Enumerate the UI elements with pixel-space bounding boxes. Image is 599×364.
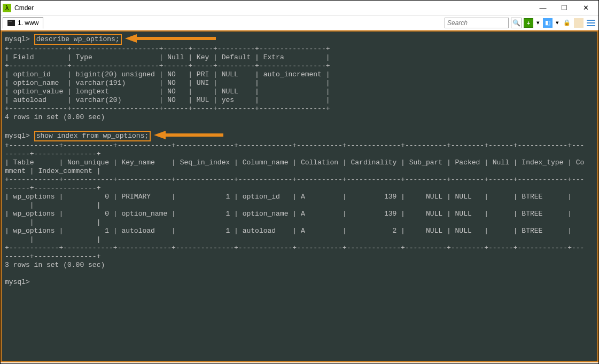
idx-sep-bot-2: ------+---------------+ [5,252,100,260]
idx-row-3a: | wp_options | 1 | autoload | 1 | autolo… [5,227,584,235]
idx-sep-top-1: +------------+------------+-------------… [5,141,584,149]
desc-sep-bot: +--------------+---------------------+--… [5,105,330,113]
idx-sep-bot-1: +------------+------------+-------------… [5,244,584,252]
desc-header: | Field | Type | Null | Key | Default | … [5,53,330,61]
idx-header-2: mment | Index_comment | [5,167,100,175]
idx-row-2b: | | [5,218,100,226]
idx-row-1a: | wp_options | 0 | PRIMARY | 1 | option_… [5,193,584,201]
minimize-button[interactable]: — [532,2,554,14]
window-controls: — ☐ ✕ [532,2,596,14]
idx-row-1b: | | [5,201,100,209]
attach-dropdown[interactable]: ▾ [555,18,560,28]
tabbar: 1. www 🔍 + ▾ ◧ ▾ 🔒 [1,15,598,30]
desc-row-3: | option_value | longtext | NO | | NULL … [5,88,330,96]
arrow-annotation-icon [125,34,216,45]
lock-icon[interactable]: 🔒 [562,18,572,28]
app-icon: λ [3,4,11,12]
close-button[interactable]: ✕ [575,2,596,14]
svg-rect-2 [587,25,595,26]
prompt: mysql> [5,278,30,286]
menu-button[interactable] [586,18,596,28]
idx-row-2a: | wp_options | 0 | option_name | 1 | opt… [5,210,584,218]
desc-sep-top: +--------------+---------------------+--… [5,45,330,53]
svg-rect-0 [587,20,595,21]
search-button[interactable]: 🔍 [511,18,522,28]
tab-console-1[interactable]: 1. www [3,17,43,29]
titlebar: λ Cmder — ☐ ✕ [1,1,598,15]
maximize-button[interactable]: ☐ [554,2,575,14]
new-tab-dropdown[interactable]: ▾ [535,18,541,28]
tab-label: 1. www [18,19,38,27]
idx-footer: 3 rows in set (0.00 sec) [5,261,105,269]
new-tab-button[interactable]: + [524,18,533,28]
toolbar-right: 🔍 + ▾ ◧ ▾ 🔒 [445,18,596,28]
desc-row-2: | option_name | varchar(191) | NO | UNI … [5,79,330,87]
attach-icon[interactable]: ◧ [543,18,553,28]
desc-row-1: | option_id | bigint(20) unsigned | NO |… [5,70,330,78]
cmd-show-index: show index from wp_options; [34,131,151,141]
idx-header-1: | Table | Non_unique | Key_name | Seq_in… [5,159,584,167]
desc-sep-mid: +--------------+---------------------+--… [5,62,330,70]
idx-sep-top-2: ------+---------------+ [5,150,100,158]
svg-marker-3 [125,34,216,43]
idx-sep-mid-1: +------------+------------+-------------… [5,176,584,184]
desc-row-4: | autoload | varchar(20) | NO | MUL | ye… [5,96,330,104]
idx-sep-mid-2: ------+---------------+ [5,184,100,192]
search-input[interactable] [445,18,509,28]
desc-footer: 4 rows in set (0.00 sec) [5,113,105,121]
terminal-pane[interactable]: mysql> describe wp_options; +-----------… [1,30,598,362]
console-icon [7,20,15,26]
arrow-annotation-icon [154,131,223,142]
window-title: Cmder [14,4,34,12]
idx-row-3b: | | [5,235,100,243]
prompt: mysql> [5,35,30,43]
prompt: mysql> [5,132,30,140]
svg-marker-4 [154,131,223,139]
window-mode-icon[interactable] [574,18,584,28]
svg-rect-1 [587,22,595,23]
cmd-describe: describe wp_options; [34,34,122,45]
